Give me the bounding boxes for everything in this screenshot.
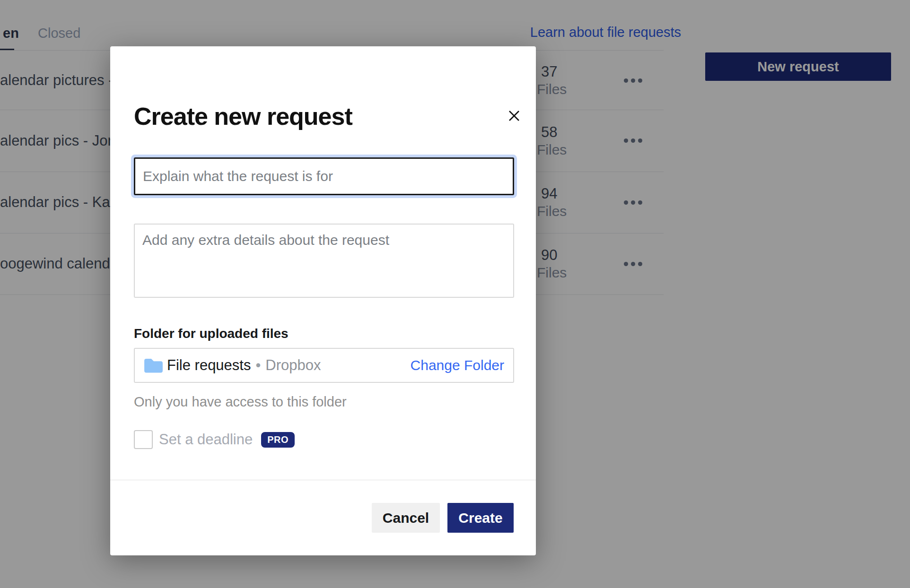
close-icon [507,109,521,123]
folder-location: Dropbox [265,357,321,374]
set-deadline-label: Set a deadline [159,431,253,448]
description-input[interactable] [134,224,514,298]
change-folder-link[interactable]: Change Folder [411,357,504,373]
create-request-modal: Create new request Title Description(opt… [110,46,536,555]
deadline-option-row: Set a deadline PRO [134,430,295,449]
folder-selector: File requests • Dropbox Change Folder [134,348,514,383]
set-deadline-checkbox[interactable] [134,430,153,449]
modal-title: Create new request [134,102,352,130]
folder-section-label: Folder for uploaded files [134,326,289,341]
title-input[interactable] [134,157,514,195]
folder-name: File requests [167,357,251,374]
cancel-button[interactable]: Cancel [372,503,440,533]
pro-badge: PRO [261,432,295,448]
file-requests-page: en Closed Learn about file requests New … [0,0,910,588]
folder-access-note: Only you have access to this folder [134,394,347,410]
modal-footer-divider [110,480,536,480]
folder-icon [143,358,163,373]
close-button[interactable] [503,105,525,127]
folder-path-separator: • [255,357,261,374]
create-button[interactable]: Create [447,503,514,533]
